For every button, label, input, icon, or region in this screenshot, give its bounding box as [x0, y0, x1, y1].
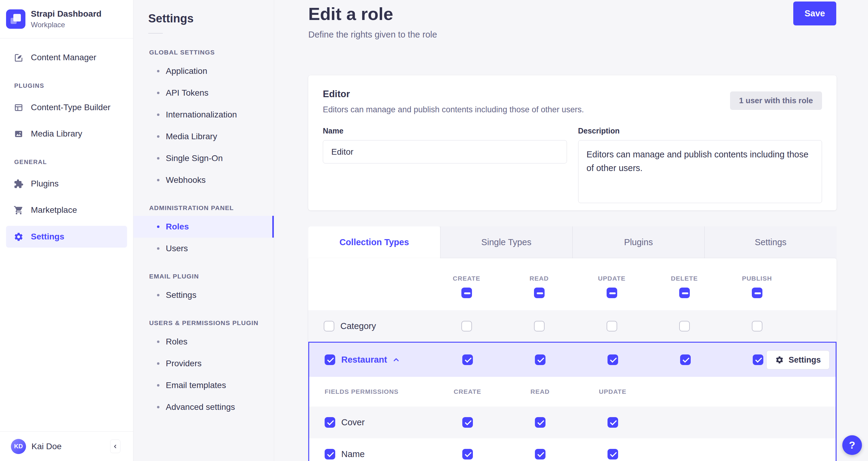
fields-permissions-label: FIELDS PERMISSIONS [324, 388, 398, 395]
subnav-item-webhooks[interactable]: Webhooks [133, 169, 274, 191]
sidebar-item-settings[interactable]: Settings [6, 226, 127, 248]
subnav-item-single-sign-on[interactable]: Single Sign-On [133, 147, 274, 169]
column-header-delete: DELETE [671, 275, 698, 282]
checkbox-name-update[interactable] [608, 449, 618, 460]
subnav-item-label: Email templates [166, 380, 226, 390]
checkbox-category-create[interactable] [461, 321, 472, 332]
subnav-item-roles[interactable]: Roles [133, 216, 274, 238]
chevron-up-icon[interactable] [392, 356, 400, 364]
checkbox-all-create[interactable] [461, 288, 472, 298]
checkbox-all-publish[interactable] [752, 288, 763, 298]
subnav-item-up-roles[interactable]: Roles [133, 331, 274, 353]
sidebar-section-general: GENERAL [0, 159, 133, 166]
save-button[interactable]: Save [793, 1, 836, 25]
subnav-title: Settings [148, 12, 274, 25]
permissions-header-row: CREATE READ UPDATE DELETE PUBLISH [308, 258, 837, 310]
subnav-item-application[interactable]: Application [133, 60, 274, 82]
tab-settings[interactable]: Settings [704, 226, 837, 258]
fields-permissions-header: FIELDS PERMISSIONS CREATE READ UPDATE [309, 377, 836, 406]
checkbox-cover-read[interactable] [535, 417, 546, 428]
checkbox-category-delete[interactable] [679, 321, 690, 332]
bullet-icon [157, 114, 159, 116]
subnav-item-label: Media Library [166, 132, 217, 141]
bullet-icon [157, 135, 159, 138]
subnav-item-email-settings[interactable]: Settings [133, 284, 274, 306]
checkbox-all-update[interactable] [607, 288, 617, 298]
checkbox-category[interactable] [324, 321, 334, 332]
subnav-divider [148, 33, 163, 34]
subnav-item-email-templates[interactable]: Email templates [133, 374, 274, 396]
bullet-icon [157, 92, 159, 94]
bullet-icon [157, 341, 159, 343]
checkbox-restaurant-publish[interactable] [753, 354, 763, 365]
users-with-role-button[interactable]: 1 user with this role [730, 91, 822, 110]
subnav-item-label: Advanced settings [166, 402, 235, 412]
sidebar-item-content-type-builder[interactable]: Content-Type Builder [0, 96, 133, 118]
subnav-item-api-tokens[interactable]: API Tokens [133, 82, 274, 104]
subnav-section-users-permissions-plugin: USERS & PERMISSIONS PLUGIN [149, 319, 274, 326]
subnav-item-providers[interactable]: Providers [133, 353, 274, 374]
subnav-item-label: Application [166, 66, 207, 76]
field-name-label: Name [341, 449, 365, 459]
checkbox-restaurant-create[interactable] [462, 354, 473, 365]
sidebar-item-label: Marketplace [31, 205, 77, 215]
role-name-input[interactable] [323, 140, 567, 164]
subnav-item-advanced-settings[interactable]: Advanced settings [133, 396, 274, 418]
bullet-icon [157, 70, 159, 73]
content-type-builder-icon [13, 103, 24, 113]
subnav-item-label: Roles [166, 222, 189, 232]
checkbox-category-publish[interactable] [752, 321, 763, 332]
help-button[interactable]: ? [842, 435, 862, 455]
sidebar-item-label: Media Library [31, 129, 82, 139]
checkbox-name-create[interactable] [462, 449, 473, 460]
tab-plugins[interactable]: Plugins [572, 226, 705, 258]
checkbox-cover[interactable] [324, 417, 335, 428]
workspace-brand[interactable]: Strapi Dashboard Workplace [0, 0, 133, 38]
tab-collection-types[interactable]: Collection Types [308, 226, 440, 258]
subnav-item-label: Webhooks [166, 175, 206, 185]
checkbox-cover-update[interactable] [608, 417, 618, 428]
bullet-icon [157, 226, 159, 228]
settings-subnav: Settings GLOBAL SETTINGS Application API… [133, 0, 274, 461]
subnav-item-internationalization[interactable]: Internationalization [133, 104, 274, 125]
subnav-item-users[interactable]: Users [133, 238, 274, 259]
role-description-textarea[interactable]: Editors can manage and publish contents … [578, 140, 822, 203]
checkbox-name-read[interactable] [535, 449, 546, 460]
main-sidebar: Strapi Dashboard Workplace Content Manag… [0, 0, 133, 461]
checkbox-cover-create[interactable] [462, 417, 473, 428]
checkbox-all-delete[interactable] [679, 288, 690, 298]
sidebar-item-plugins[interactable]: Plugins [0, 173, 133, 195]
column-header-create: CREATE [453, 275, 480, 282]
checkbox-category-read[interactable] [534, 321, 545, 332]
main-navigation: Content Manager PLUGINS Content-Type Bui… [0, 38, 133, 431]
bullet-icon [157, 179, 159, 181]
checkbox-restaurant[interactable] [324, 354, 335, 365]
checkbox-restaurant-update[interactable] [608, 354, 618, 365]
collapse-sidebar-button[interactable] [110, 439, 120, 453]
fields-column-read: READ [530, 388, 550, 395]
user-menu[interactable]: KD Kai Doe [11, 439, 110, 454]
checkbox-restaurant-read[interactable] [535, 354, 546, 365]
tab-single-types[interactable]: Single Types [440, 226, 572, 258]
sidebar-item-marketplace[interactable]: Marketplace [0, 199, 133, 221]
checkbox-category-update[interactable] [607, 321, 617, 332]
question-mark-icon: ? [849, 439, 855, 451]
checkbox-all-read[interactable] [534, 288, 545, 298]
entity-name-label[interactable]: Restaurant [341, 355, 387, 365]
entity-name-label[interactable]: Category [340, 321, 376, 331]
subnav-item-media-library[interactable]: Media Library [133, 125, 274, 147]
bullet-icon [157, 294, 159, 296]
app-title: Strapi Dashboard [31, 9, 101, 19]
checkbox-restaurant-delete[interactable] [680, 354, 691, 365]
description-field-label: Description [578, 126, 822, 135]
role-name-heading: Editor [323, 89, 584, 99]
checkbox-name[interactable] [324, 449, 335, 460]
sidebar-item-content-manager[interactable]: Content Manager [0, 47, 133, 68]
subnav-item-label: Users [166, 244, 188, 253]
restaurant-settings-button[interactable]: Settings [766, 350, 830, 369]
table-row-restaurant: Restaurant [309, 343, 836, 377]
sidebar-item-media-library[interactable]: Media Library [0, 123, 133, 145]
user-name: Kai Doe [31, 442, 62, 451]
field-name-label: Cover [341, 417, 365, 427]
name-field-label: Name [323, 126, 567, 135]
